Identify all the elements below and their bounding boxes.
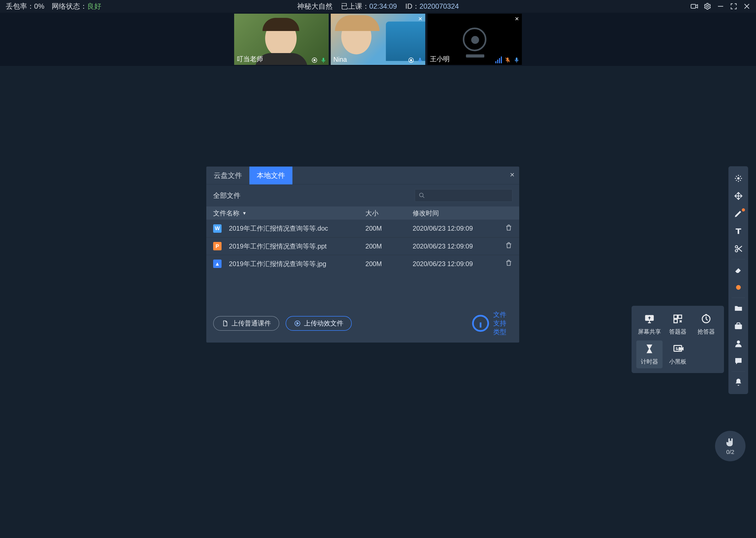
- tool-label: 小黑板: [669, 358, 686, 366]
- column-header-name[interactable]: 文件名称 ▾: [213, 209, 365, 218]
- raise-hand-button[interactable]: 0/2: [715, 431, 745, 461]
- person-tool[interactable]: [729, 335, 748, 352]
- file-time: 2020/06/23 12:09:09: [413, 260, 499, 268]
- svg-point-14: [419, 193, 423, 197]
- whiteboard-stage: 云盘文件 本地文件 × 全部文件 文件名称 ▾ 大小 修改时间 W2019年工作…: [0, 66, 756, 538]
- screen-share-icon: [644, 313, 655, 326]
- file-size: 200M: [365, 225, 413, 232]
- tool-quick-answer[interactable]: 抢答器: [693, 310, 719, 338]
- mic-on-icon: [320, 57, 327, 63]
- modal-close-icon[interactable]: ×: [510, 170, 514, 179]
- speaker-indicator-icon: [311, 57, 318, 63]
- file-source-tabs: 云盘文件 本地文件 ×: [206, 167, 519, 185]
- color-picker-tool[interactable]: [729, 279, 748, 296]
- tool-label: 答题器: [669, 328, 686, 336]
- participant-name: 叮当老师: [237, 55, 263, 63]
- svg-point-30: [736, 285, 741, 290]
- document-icon: [221, 320, 228, 327]
- svg-line-15: [423, 196, 424, 198]
- minimize-icon[interactable]: [717, 2, 725, 10]
- answer-icon: [672, 313, 684, 326]
- svg-point-9: [410, 59, 412, 61]
- file-time: 2020/06/23 12:09:09: [413, 225, 499, 232]
- delete-file-button[interactable]: [499, 242, 512, 250]
- fullscreen-icon[interactable]: [730, 2, 737, 10]
- folder-tool[interactable]: [729, 299, 748, 317]
- tool-answer[interactable]: 答题器: [665, 310, 691, 338]
- tool-screen-share[interactable]: 屏幕共享: [636, 310, 663, 338]
- tab-local-files[interactable]: 本地文件: [249, 167, 292, 185]
- video-tile[interactable]: 叮当老师: [234, 14, 329, 65]
- video-tile[interactable]: × 王小明: [427, 14, 522, 65]
- pen-tool[interactable]: [729, 205, 748, 222]
- file-size: 200M: [365, 260, 413, 268]
- supported-types-link[interactable]: 文件支持类型: [470, 310, 512, 336]
- scissor-tool[interactable]: [729, 240, 748, 257]
- toolbox-tool[interactable]: [729, 317, 748, 335]
- file-type-icon: W: [213, 224, 221, 233]
- bell-tool[interactable]: [729, 373, 748, 391]
- lesson-elapsed-label: 已上课：: [341, 2, 369, 10]
- column-header-time[interactable]: 修改时间: [413, 209, 499, 218]
- svg-rect-13: [516, 58, 517, 61]
- trash-icon: [505, 259, 512, 267]
- tool-blackboard[interactable]: 2+3小黑板: [665, 341, 691, 368]
- settings-icon[interactable]: [703, 2, 711, 10]
- packet-loss: 丢包率：0%: [6, 2, 44, 11]
- file-search-input[interactable]: [415, 189, 512, 202]
- play-circle-icon: [294, 320, 301, 327]
- network-status-value: 良好: [87, 2, 101, 10]
- table-row[interactable]: P2019年工作汇报情况查询等等.ppt200M2020/06/23 12:09…: [206, 237, 519, 255]
- svg-point-1: [706, 5, 708, 7]
- close-icon[interactable]: [743, 2, 751, 10]
- text-tool[interactable]: [729, 222, 748, 240]
- supported-types-label: 文件支持类型: [493, 310, 512, 336]
- eraser-tool[interactable]: [729, 261, 748, 279]
- laser-pointer-tool[interactable]: [729, 169, 748, 187]
- svg-rect-10: [419, 58, 421, 61]
- file-table-header: 文件名称 ▾ 大小 修改时间: [206, 206, 519, 220]
- chat-tool[interactable]: [729, 352, 748, 370]
- delete-file-button[interactable]: [499, 224, 512, 233]
- file-name: 2019年工作汇报情况查询等等.doc: [229, 224, 328, 233]
- video-tile[interactable]: × Nina: [331, 14, 425, 65]
- timer-icon: [644, 343, 655, 356]
- packet-loss-label: 丢包率：: [6, 2, 34, 10]
- tab-cloud-files[interactable]: 云盘文件: [206, 167, 249, 185]
- info-icon: [470, 313, 491, 333]
- lesson-elapsed: 已上课：02:34:09: [341, 2, 397, 11]
- svg-point-6: [313, 59, 315, 61]
- camera-off-icon: [463, 27, 487, 51]
- delete-file-button[interactable]: [499, 259, 512, 268]
- speaker-indicator-icon: [408, 57, 414, 63]
- upload-plain-label: 上传普通课件: [231, 319, 271, 328]
- svg-rect-21: [674, 315, 677, 318]
- svg-rect-7: [323, 58, 324, 61]
- camera-toggle-icon[interactable]: [690, 2, 698, 10]
- tile-close-icon[interactable]: ×: [417, 15, 424, 23]
- search-icon: [419, 192, 425, 198]
- svg-rect-31: [735, 324, 742, 329]
- participant-name: 王小明: [430, 55, 450, 63]
- column-header-size[interactable]: 大小: [365, 209, 413, 218]
- top-bar: 丢包率：0% 网络状态：良好 神秘大自然 已上课：02:34:09 ID：202…: [0, 0, 756, 13]
- tool-timer[interactable]: 计时器: [636, 341, 663, 368]
- tile-indicators: [495, 56, 520, 63]
- tile-close-icon[interactable]: ×: [513, 15, 520, 23]
- network-status-label: 网络状态：: [52, 2, 87, 10]
- session-id-value: 2020070324: [419, 2, 459, 10]
- table-row[interactable]: ▲2019年工作汇报情况查询等等.jpg200M2020/06/23 12:09…: [206, 255, 519, 272]
- course-title: 神秘大自然: [297, 2, 333, 11]
- raise-hand-count: 0/2: [726, 449, 734, 456]
- session-id-label: ID：: [405, 2, 419, 10]
- tool-label: 抢答器: [697, 328, 715, 336]
- file-name: 2019年工作汇报情况查询等等.ppt: [229, 242, 327, 250]
- upload-animated-button[interactable]: 上传动效文件: [286, 316, 352, 331]
- side-toolbar: [729, 166, 748, 394]
- tile-indicators: [311, 57, 327, 63]
- svg-point-27: [737, 178, 739, 179]
- network-status: 网络状态：良好: [52, 2, 101, 11]
- move-tool[interactable]: [729, 187, 748, 205]
- upload-plain-button[interactable]: 上传普通课件: [213, 316, 279, 331]
- table-row[interactable]: W2019年工作汇报情况查询等等.doc200M2020/06/23 12:09…: [206, 220, 519, 237]
